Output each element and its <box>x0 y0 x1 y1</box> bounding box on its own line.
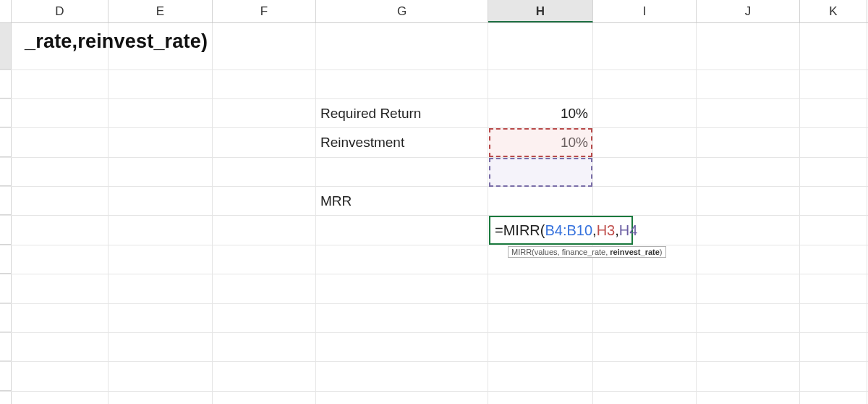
cell-E13[interactable] <box>109 392 213 404</box>
cell-K7[interactable] <box>800 216 867 244</box>
cell-J7[interactable] <box>697 216 800 244</box>
row-stub-1[interactable] <box>0 23 12 70</box>
cell-G2[interactable] <box>316 70 488 98</box>
col-header-K[interactable]: K <box>800 0 867 22</box>
row-stub-12[interactable] <box>0 362 12 390</box>
cell-I10[interactable] <box>593 304 697 332</box>
row-stub-5[interactable] <box>0 158 12 186</box>
cell-F3[interactable] <box>213 99 316 127</box>
cell-E12[interactable] <box>109 362 213 390</box>
cell-H9[interactable] <box>488 274 593 303</box>
cell-E11[interactable] <box>109 333 213 361</box>
cell-K11[interactable] <box>800 333 867 361</box>
cell-I6[interactable] <box>593 187 697 215</box>
cell-J6[interactable] <box>697 187 800 215</box>
cell-D9[interactable] <box>12 274 109 303</box>
cell-D6[interactable] <box>12 187 109 215</box>
cell-F12[interactable] <box>213 362 316 390</box>
cell-D1[interactable]: _rate,reinvest_rate) <box>12 23 109 70</box>
cell-F8[interactable] <box>213 245 316 274</box>
row-stub-3[interactable] <box>0 99 12 127</box>
cell-K3[interactable] <box>800 99 867 127</box>
cell-K10[interactable] <box>800 304 867 332</box>
cell-G1[interactable] <box>316 23 488 70</box>
col-header-J[interactable]: J <box>697 0 800 22</box>
cell-J12[interactable] <box>697 362 800 390</box>
row-stub-11[interactable] <box>0 333 12 361</box>
cell-F9[interactable] <box>213 274 316 303</box>
cell-J8[interactable] <box>697 245 800 274</box>
row-stub-4[interactable] <box>0 128 12 156</box>
cell-K1[interactable] <box>800 23 867 70</box>
cell-I3[interactable] <box>593 99 697 127</box>
col-header-G[interactable]: G <box>316 0 488 22</box>
cell-K2[interactable] <box>800 70 867 98</box>
cell-H11[interactable] <box>488 333 593 361</box>
row-stub-9[interactable] <box>0 274 12 303</box>
cell-E9[interactable] <box>109 274 213 303</box>
col-header-F[interactable]: F <box>213 0 316 22</box>
col-header-D[interactable]: D <box>12 0 109 22</box>
cell-K9[interactable] <box>800 274 867 303</box>
cell-E5[interactable] <box>109 158 213 186</box>
row-stub-13[interactable] <box>0 392 12 404</box>
cell-H1[interactable] <box>488 23 593 70</box>
cell-I12[interactable] <box>593 362 697 390</box>
cell-G11[interactable] <box>316 333 488 361</box>
cell-J2[interactable] <box>697 70 800 98</box>
cell-E10[interactable] <box>109 304 213 332</box>
cell-F13[interactable] <box>213 392 316 404</box>
cell-F6[interactable] <box>213 187 316 215</box>
cell-D13[interactable] <box>12 392 109 404</box>
cell-G12[interactable] <box>316 362 488 390</box>
cell-K13[interactable] <box>800 392 867 404</box>
col-header-E[interactable]: E <box>109 0 213 22</box>
cell-G6[interactable]: MRR <box>316 187 488 215</box>
cell-J13[interactable] <box>697 392 800 404</box>
cell-K6[interactable] <box>800 187 867 215</box>
cell-I11[interactable] <box>593 333 697 361</box>
cell-F4[interactable] <box>213 128 316 156</box>
cell-G13[interactable] <box>316 392 488 404</box>
cell-K5[interactable] <box>800 158 867 186</box>
cell-G10[interactable] <box>316 304 488 332</box>
cell-D11[interactable] <box>12 333 109 361</box>
cell-I1[interactable] <box>593 23 697 70</box>
cell-J9[interactable] <box>697 274 800 303</box>
formula-tooltip[interactable]: MIRR(values, finance_rate, reinvest_rate… <box>508 246 666 258</box>
cell-K12[interactable] <box>800 362 867 390</box>
cell-E4[interactable] <box>109 128 213 156</box>
cell-F10[interactable] <box>213 304 316 332</box>
cell-H13[interactable] <box>488 392 593 404</box>
cell-F11[interactable] <box>213 333 316 361</box>
row-stub-6[interactable] <box>0 187 12 215</box>
cell-H4[interactable]: 10% <box>488 128 593 156</box>
cell-J1[interactable] <box>697 23 800 70</box>
cell-J10[interactable] <box>697 304 800 332</box>
cell-H3[interactable]: 10% <box>488 99 593 127</box>
cell-K4[interactable] <box>800 128 867 156</box>
row-stub-8[interactable] <box>0 245 12 274</box>
cell-H10[interactable] <box>488 304 593 332</box>
cell-D10[interactable] <box>12 304 109 332</box>
cell-F5[interactable] <box>213 158 316 186</box>
cell-I9[interactable] <box>593 274 697 303</box>
cell-E8[interactable] <box>109 245 213 274</box>
cell-F7[interactable] <box>213 216 316 244</box>
row-stub-7[interactable] <box>0 216 12 244</box>
cell-F2[interactable] <box>213 70 316 98</box>
cell-D5[interactable] <box>12 158 109 186</box>
cell-H6[interactable] <box>488 187 593 215</box>
cell-G3[interactable]: Required Return <box>316 99 488 127</box>
cell-D8[interactable] <box>12 245 109 274</box>
cell-I4[interactable] <box>593 128 697 156</box>
cell-I2[interactable] <box>593 70 697 98</box>
active-formula-cell[interactable]: = MIRR ( B4:B10 , H3 , H4 <box>489 216 633 245</box>
cell-J3[interactable] <box>697 99 800 127</box>
cell-I13[interactable] <box>593 392 697 404</box>
cell-E6[interactable] <box>109 187 213 215</box>
row-stub-10[interactable] <box>0 304 12 332</box>
cell-H5[interactable] <box>488 158 593 186</box>
cell-E2[interactable] <box>109 70 213 98</box>
col-header-I[interactable]: I <box>593 0 697 22</box>
